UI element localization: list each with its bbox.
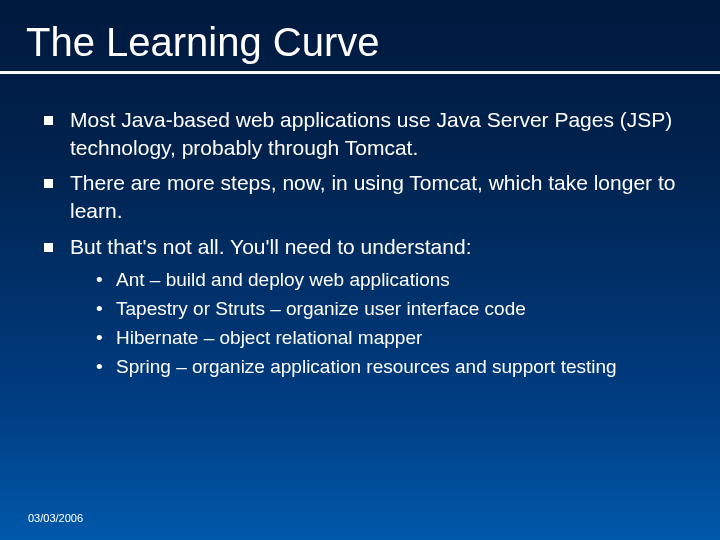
slide-title: The Learning Curve [0, 0, 720, 71]
bullet-item: But that's not all. You'll need to under… [40, 233, 680, 379]
sub-bullet-text: Hibernate – object relational mapper [116, 327, 422, 348]
slide-date: 03/03/2006 [28, 512, 83, 524]
sub-bullet-item: Ant – build and deploy web applications [96, 267, 680, 292]
bullet-item: There are more steps, now, in using Tomc… [40, 169, 680, 224]
bullet-text: But that's not all. You'll need to under… [70, 235, 471, 258]
sub-bullet-list: Ant – build and deploy web applications … [70, 267, 680, 379]
sub-bullet-item: Tapestry or Struts – organize user inter… [96, 296, 680, 321]
sub-bullet-text: Tapestry or Struts – organize user inter… [116, 298, 526, 319]
bullet-text: There are more steps, now, in using Tomc… [70, 171, 675, 222]
sub-bullet-text: Spring – organize application resources … [116, 356, 617, 377]
sub-bullet-text: Ant – build and deploy web applications [116, 269, 450, 290]
slide-content: Most Java-based web applications use Jav… [0, 74, 720, 379]
sub-bullet-item: Hibernate – object relational mapper [96, 325, 680, 350]
bullet-text: Most Java-based web applications use Jav… [70, 108, 672, 159]
sub-bullet-item: Spring – organize application resources … [96, 354, 680, 379]
bullet-list: Most Java-based web applications use Jav… [40, 106, 680, 379]
bullet-item: Most Java-based web applications use Jav… [40, 106, 680, 161]
